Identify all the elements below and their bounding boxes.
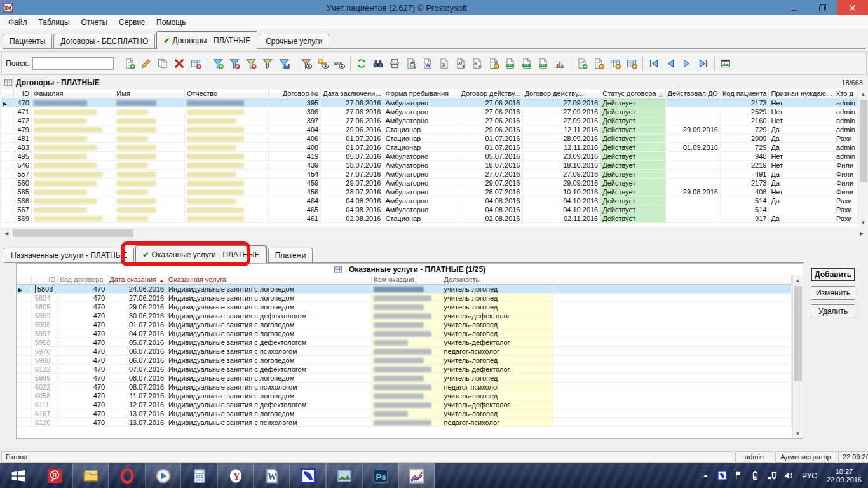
toolbar-button-filter-delete[interactable] bbox=[226, 55, 243, 72]
action-button[interactable]: Изменить bbox=[811, 286, 855, 300]
toolbar-button-find[interactable] bbox=[370, 55, 386, 72]
table-row[interactable]: 546 439 18.07.2016 Амбулаторно 18.07.201… bbox=[1, 161, 858, 170]
column-header-who[interactable]: Кто д bbox=[834, 89, 858, 98]
taskbar-item-photos[interactable] bbox=[326, 463, 362, 488]
table-row[interactable]: 566 464 04.08.2016 Амбулаторно 04.08.201… bbox=[1, 196, 858, 205]
table-row[interactable]: 6120 470 13.07.2016 Индивидуальные занят… bbox=[17, 418, 792, 427]
taskbar-item-start[interactable] bbox=[0, 463, 36, 488]
table-row[interactable]: 5805 470 29.06.2016 Индивидуальные занят… bbox=[17, 302, 792, 311]
table-row[interactable]: 5996 470 01.07.2016 Индивидуальные занят… bbox=[17, 320, 792, 329]
menu-item[interactable]: Сервис bbox=[113, 16, 151, 29]
column-header-surname[interactable]: Фамилия bbox=[32, 89, 114, 98]
main-tab-patients[interactable]: Пациенты bbox=[3, 34, 52, 48]
toolbar-button-export-word[interactable]: W bbox=[419, 55, 436, 72]
scroll-thumb[interactable] bbox=[13, 229, 133, 237]
action-button[interactable]: Добавить bbox=[811, 268, 855, 281]
toolbar-button-edit-record[interactable] bbox=[138, 55, 154, 72]
scroll-up-button[interactable]: ▲ bbox=[793, 275, 803, 285]
scroll-down-button[interactable]: ▼ bbox=[793, 428, 803, 438]
toolbar-button-copy-record[interactable] bbox=[154, 55, 171, 72]
toolbar-button-nav-first[interactable] bbox=[646, 55, 662, 72]
column-header-status[interactable]: Статус договора bbox=[600, 89, 665, 98]
column-header-form[interactable]: Форма пребывания bbox=[383, 89, 459, 98]
main-tab-urgent-services[interactable]: Срочные услуги bbox=[259, 34, 329, 48]
toolbar-button-nav-prev[interactable] bbox=[662, 55, 679, 72]
scroll-right-button[interactable]: ▶ bbox=[857, 228, 867, 238]
column-header-valid-to[interactable]: Договор действу... bbox=[523, 89, 601, 98]
toolbar-button-export-image[interactable] bbox=[717, 55, 734, 72]
table-row[interactable]: 471 396 27.06.2016 Амбулаторно 27.06.201… bbox=[1, 107, 858, 116]
tray-icon-volume[interactable] bbox=[783, 470, 794, 481]
sub-tab-payments[interactable]: Платежи bbox=[268, 248, 313, 262]
table-row[interactable]: 6111 470 12.07.2016 Индивидуальные занят… bbox=[17, 400, 792, 409]
toolbar-button-filter-apply[interactable] bbox=[298, 55, 315, 72]
table-row[interactable]: 560 459 29.07.2016 Амбулаторно 29.07.201… bbox=[1, 179, 858, 187]
column-header-id[interactable]: ID bbox=[32, 275, 58, 285]
scroll-thumb[interactable] bbox=[860, 100, 867, 182]
sub-tab-assigned-services[interactable]: Назначенные услуги - ПЛАТНЫЕ bbox=[4, 248, 134, 262]
taskbar-item-player[interactable] bbox=[145, 463, 181, 488]
toolbar-button-filter-add[interactable] bbox=[210, 55, 226, 72]
language-indicator[interactable]: РУС bbox=[802, 471, 817, 480]
toolbar-button-add-record[interactable] bbox=[121, 55, 138, 72]
toolbar-button-filter-sql[interactable]: SQL bbox=[331, 55, 348, 72]
table-row[interactable]: 470 395 27.06.2016 Амбулаторно 27.06.201… bbox=[1, 98, 858, 107]
table-row[interactable]: 479 404 29.06.2016 Стационар 29.06.2016 … bbox=[1, 125, 858, 134]
table-row[interactable]: 481 406 01.07.2016 Стационар 01.07.2016 … bbox=[1, 134, 858, 143]
table-row[interactable]: 565 456 28.07.2016 Амбулаторно 28.07.201… bbox=[1, 187, 858, 196]
minimize-button[interactable] bbox=[780, 0, 808, 15]
tray-icon-network[interactable] bbox=[766, 470, 777, 481]
table-row[interactable]: 5958 470 05.07.2016 Индивидуальные занят… bbox=[17, 338, 792, 347]
toolbar-button-table-data-properties[interactable] bbox=[623, 55, 640, 72]
toolbar-button-nav-last[interactable] bbox=[695, 55, 712, 72]
table-row[interactable]: 5804 470 27.06.2016 Индивидуальные занят… bbox=[17, 294, 792, 302]
taskbar-item-app-chart[interactable] bbox=[398, 463, 435, 488]
tray-icon-flag[interactable] bbox=[733, 470, 744, 481]
table-row[interactable]: 5970 470 06.07.2016 Индивидуальные занят… bbox=[17, 347, 792, 356]
taskbar-item-opera[interactable] bbox=[109, 463, 145, 488]
toolbar-button-print-preview[interactable] bbox=[403, 55, 419, 72]
main-tab-contracts-free[interactable]: Договоры - БЕСПЛАТНО bbox=[53, 34, 155, 48]
column-header-contract-code[interactable]: Код договора bbox=[58, 275, 107, 285]
toolbar-button-edit-linked[interactable] bbox=[590, 55, 607, 72]
main-tab-contracts-paid[interactable]: Договоры - ПЛАТНЫЕ bbox=[156, 31, 257, 49]
toolbar-button-filter-clear[interactable] bbox=[243, 55, 259, 72]
taskbar-clock[interactable]: 10:27 22.09.2016 bbox=[827, 468, 862, 484]
table-row[interactable]: 495 419 05.07.2016 Амбулаторно 05.07.201… bbox=[1, 152, 858, 161]
scroll-up-button[interactable]: ▲ bbox=[858, 89, 868, 99]
tray-icon-phone-tray[interactable] bbox=[717, 470, 728, 481]
table-row[interactable]: 557 454 27.07.2016 Амбулаторно 27.07.201… bbox=[1, 170, 858, 179]
column-header-patronymic[interactable]: Отчество bbox=[185, 89, 269, 98]
table-row[interactable]: 6022 470 08.07.2016 Индивидуальные занят… bbox=[17, 383, 792, 391]
column-header-date[interactable]: Дата оказания bbox=[107, 275, 166, 285]
column-header-acted-until[interactable]: Действовал ДО bbox=[666, 89, 721, 98]
toolbar-button-filter-edit[interactable] bbox=[259, 55, 276, 72]
toolbar-button-export-txt[interactable]: TXT bbox=[519, 55, 535, 72]
toolbar-button-chart[interactable] bbox=[552, 55, 568, 72]
column-header-position[interactable]: Должность bbox=[442, 275, 554, 285]
toolbar-button-export-xml[interactable]: XML bbox=[535, 55, 552, 72]
column-header-name[interactable]: Имя bbox=[114, 89, 185, 98]
table-row[interactable]: 569 461 02.08.2016 Стационар 02.08.2016 … bbox=[1, 214, 858, 223]
toolbar-button-export-excel-all[interactable]: X bbox=[469, 55, 485, 72]
taskbar-item-phone[interactable] bbox=[290, 463, 326, 488]
column-header-provided-by[interactable]: Кем оказано bbox=[372, 275, 442, 285]
toolbar-button-print[interactable] bbox=[386, 55, 403, 72]
toolbar-button-table-properties[interactable] bbox=[607, 55, 623, 72]
toolbar-button-export-csv[interactable]: CSV bbox=[502, 55, 519, 72]
table-row[interactable]: 5803 470 24.06.2016 Индивидуальные занят… bbox=[17, 285, 792, 294]
action-button[interactable]: Удалить bbox=[811, 304, 855, 318]
table-row[interactable]: 6167 470 13.07.2016 Индивидуальные занят… bbox=[17, 409, 792, 418]
column-header-valid-from[interactable]: Договор действу... bbox=[459, 89, 523, 98]
restore-button[interactable] bbox=[808, 0, 837, 15]
taskbar-item-yandex[interactable]: Y bbox=[217, 463, 254, 488]
scroll-down-button[interactable]: ▼ bbox=[858, 217, 868, 227]
table-row[interactable]: 5999 470 08.07.2016 Индивидуальные занят… bbox=[17, 374, 792, 383]
tray-icon-chevron[interactable] bbox=[700, 470, 711, 481]
close-button[interactable] bbox=[837, 0, 868, 15]
taskbar-item-app-r[interactable]: R bbox=[36, 463, 72, 488]
menu-item[interactable]: Отчеты bbox=[76, 16, 113, 29]
toolbar-button-export-word-all[interactable]: W bbox=[452, 55, 469, 72]
taskbar-item-explorer[interactable] bbox=[72, 463, 109, 488]
toolbar-button-export-locked[interactable] bbox=[485, 55, 502, 72]
